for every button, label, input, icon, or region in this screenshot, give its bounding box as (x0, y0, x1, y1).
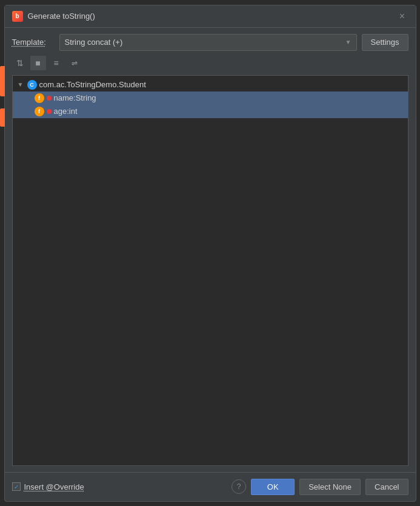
field-tree[interactable]: ▼ C com.ac.ToStringDemo.Student f name:S… (12, 75, 408, 466)
field-icon: f (35, 107, 44, 116)
select-none-button[interactable]: Select None (299, 479, 361, 495)
field-name: age:int (54, 107, 78, 116)
title-bar: b Generate toString() × (5, 5, 416, 28)
dropdown-arrow-icon: ▼ (345, 39, 352, 45)
align2-button[interactable]: ⇌ (67, 56, 82, 70)
ok-button[interactable]: OK (251, 479, 295, 495)
tree-expand-arrow: ▼ (18, 81, 25, 88)
class-icon: C (27, 80, 37, 90)
sort-icon: ⇅ (16, 58, 24, 68)
insert-override-checkbox-wrapper[interactable]: ✓ Insert @Override (12, 482, 84, 491)
template-row: Template: String concat (+) ▼ Settings (12, 34, 408, 51)
align2-icon: ⇌ (72, 59, 78, 67)
help-button[interactable]: ? (232, 479, 246, 494)
align1-icon: ≡ (53, 58, 58, 68)
align1-button[interactable]: ≡ (48, 56, 64, 70)
tree-field-item[interactable]: f age:int (13, 105, 408, 118)
toolbar-row: ⇅ ■ ≡ ⇌ (12, 56, 408, 70)
field-icon: f (35, 93, 44, 103)
left-edge-indicator (0, 66, 5, 96)
tree-root-item[interactable]: ▼ C com.ac.ToStringDemo.Student (13, 78, 408, 92)
cancel-button[interactable]: Cancel (365, 479, 408, 495)
field-dot-icon (47, 109, 52, 114)
insert-override-label: Insert @Override (24, 482, 84, 491)
dialog-footer: ✓ Insert @Override ? OK Select None Canc… (5, 472, 416, 501)
field-name: name:String (54, 93, 96, 102)
block-icon: ■ (35, 58, 40, 68)
dialog-content: Template: String concat (+) ▼ Settings ⇅… (5, 28, 416, 472)
left-edge-indicator2 (0, 108, 5, 127)
close-button[interactable]: × (396, 10, 408, 22)
block-button[interactable]: ■ (30, 56, 46, 70)
field-dot-icon (47, 96, 52, 101)
settings-button[interactable]: Settings (362, 34, 408, 51)
template-value: String concat (+) (65, 38, 123, 47)
template-label: Template: (12, 38, 55, 47)
app-icon: b (12, 11, 23, 22)
dialog-title: Generate toString() (28, 12, 95, 21)
insert-override-checkbox[interactable]: ✓ (12, 482, 21, 491)
tree-field-item[interactable]: f name:String (13, 92, 408, 105)
generate-tostring-dialog: b Generate toString() × Template: String… (4, 5, 416, 502)
title-bar-left: b Generate toString() (12, 11, 95, 22)
template-dropdown[interactable]: String concat (+) ▼ (59, 34, 357, 51)
class-name: com.ac.ToStringDemo.Student (39, 80, 146, 89)
sort-button[interactable]: ⇅ (12, 56, 28, 70)
